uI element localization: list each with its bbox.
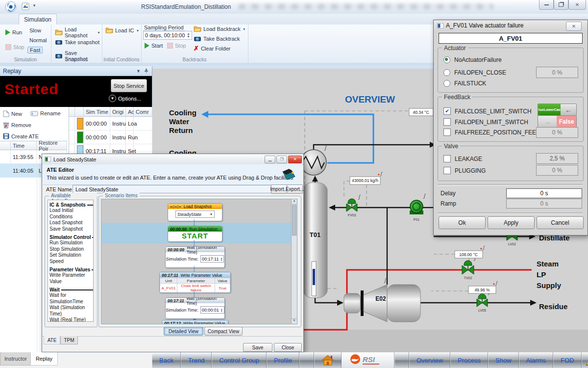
- col-sim-time[interactable]: Sim Time: [84, 107, 110, 117]
- annotate-button[interactable]: [582, 352, 588, 368]
- load-backtrack-button[interactable]: Load Backtrack▼: [192, 25, 247, 33]
- arrow-left-icon[interactable]: ←: [561, 104, 576, 115]
- backtrack-stop-button[interactable]: Stop: [166, 42, 188, 49]
- tab-tpm[interactable]: TPM: [60, 336, 78, 344]
- failure-dialog-titlebar[interactable]: A_FV01 Valve actuator failure: [434, 20, 588, 31]
- close-button[interactable]: ✕: [566, 22, 582, 31]
- stop-service-button[interactable]: Stop Service: [111, 79, 147, 92]
- ok-button[interactable]: Ok: [439, 216, 486, 229]
- event-row[interactable]: 00:00:00InstruLoa: [69, 117, 152, 131]
- radio-failopen-close[interactable]: FAILOPEN_CLOSE: [443, 69, 506, 76]
- pin-icon[interactable]: [144, 68, 149, 74]
- taskbar-overview-button[interactable]: Overview: [409, 352, 450, 368]
- speed-fast[interactable]: Fast: [27, 47, 43, 53]
- ab-item[interactable]: Wait (Simulation Time): [49, 305, 93, 317]
- qat-dropdown-icon[interactable]: ▼: [32, 3, 36, 8]
- taskbar-show-button[interactable]: Show: [488, 352, 519, 368]
- scenario-block-wait-1[interactable]: 00:00:00Wait (Simulation Time) Simulatio…: [165, 246, 225, 268]
- speed-slow[interactable]: Slow: [27, 27, 43, 33]
- taskbar-control-group-button[interactable]: Control Group: [212, 352, 267, 368]
- save-button[interactable]: Save: [243, 343, 272, 352]
- failfreeze-value-field[interactable]: 0 %: [536, 127, 578, 138]
- taskbar-process-button[interactable]: Process: [450, 352, 488, 368]
- failopen-close-value-field[interactable]: 0 %: [536, 67, 578, 78]
- cancel-button[interactable]: Cancel: [537, 216, 584, 229]
- ab-item[interactable]: Set Simulation Speed: [49, 252, 93, 264]
- arrow-right-icon[interactable]: →: [538, 116, 557, 127]
- radio-no-actuator-failure[interactable]: NoActuatorFailure: [443, 56, 502, 63]
- leakage-value-field[interactable]: 2,5 %: [536, 153, 578, 164]
- minimize-button[interactable]: ▁: [265, 156, 275, 163]
- ab-item[interactable]: Load Initial Conditions: [49, 208, 93, 220]
- close-button[interactable]: ✕: [288, 156, 302, 163]
- run-button[interactable]: Run: [4, 29, 24, 36]
- ab-item[interactable]: Save Snapshot: [49, 226, 93, 233]
- close-button[interactable]: ✕: [568, 0, 586, 10]
- rename-button[interactable]: Rename: [30, 110, 61, 116]
- radio-failstuck[interactable]: FAILSTUCK: [443, 80, 486, 87]
- import-button[interactable]: Import...: [271, 184, 287, 194]
- load-ic-button[interactable]: Load IC▼: [104, 26, 141, 35]
- scenario-block-wait-2[interactable]: 00:17:11Wait (Simulation Time) Simulatio…: [165, 297, 225, 319]
- take-backtrack-button[interactable]: Take Backtrack: [192, 34, 242, 43]
- column-t01[interactable]: T01: [303, 183, 327, 298]
- col-origin[interactable]: Origi: [110, 107, 126, 117]
- sampling-period-field[interactable]: 0 days, 00:10:00▲▼: [143, 31, 192, 40]
- tab-replay[interactable]: Replay: [30, 352, 58, 366]
- take-snapshot-button[interactable]: Take snapshot: [53, 38, 101, 47]
- detailed-view-button[interactable]: Detailed View: [164, 327, 203, 336]
- scenario-scrollbar[interactable]: ▲ ▼: [291, 199, 297, 324]
- scenario-block-load-snapshot[interactable]: --:--:--Load Snapshot SteadyState▼: [168, 203, 222, 221]
- taskbar-profile-button[interactable]: Profile: [267, 352, 299, 368]
- spinner-arrows-icon[interactable]: ▲▼: [187, 32, 190, 38]
- taskbar-back-button[interactable]: Back: [152, 352, 181, 368]
- ab-item[interactable]: Wait (Real Time): [49, 317, 93, 322]
- plugging-value-field[interactable]: 0 %: [536, 165, 578, 176]
- options-button[interactable]: ▼ Options...: [109, 95, 141, 102]
- col-comment[interactable]: Comr: [134, 107, 152, 117]
- quick-access-icon[interactable]: [22, 2, 29, 10]
- checkbox-leakage[interactable]: LEAKAGE: [443, 155, 482, 162]
- export-button[interactable]: Export...: [287, 184, 303, 194]
- restore-button[interactable]: ❒: [276, 156, 287, 163]
- minimize-button[interactable]: [539, 0, 554, 10]
- load-snapshot-button[interactable]: Load Snapshot▼: [53, 26, 102, 39]
- panel-menu-icon[interactable]: ▼: [136, 69, 141, 74]
- delay-field[interactable]: 0 s: [506, 188, 582, 198]
- new-button[interactable]: New: [3, 110, 22, 117]
- time-spinner[interactable]: 00:17:11▲▼: [200, 255, 224, 263]
- ab-item[interactable]: Run Simulation: [49, 240, 93, 246]
- ate-dialog-titlebar[interactable]: Load SteadyState ▁ ❒ ✕: [42, 154, 303, 165]
- close-button[interactable]: Close: [274, 343, 302, 352]
- speed-normal[interactable]: Normal: [27, 37, 49, 43]
- tab-instructor[interactable]: Instructor: [0, 352, 31, 366]
- time-spinner[interactable]: 00:00:01▲▼: [200, 306, 224, 314]
- ab-item[interactable]: Stop Simulation: [49, 246, 93, 253]
- ab-item[interactable]: Wait for SimulationTime: [49, 292, 93, 305]
- stop-button[interactable]: Stop: [4, 44, 26, 51]
- app-logo-icon[interactable]: [4, 1, 21, 13]
- taskbar-fod-button[interactable]: FOD: [553, 352, 581, 368]
- taskbar-trend-button[interactable]: Trend: [181, 352, 212, 368]
- col-action[interactable]: Ac: [126, 107, 134, 117]
- ab-item[interactable]: Write Parameter Value: [49, 272, 93, 285]
- ramp-field[interactable]: 0 s: [506, 199, 582, 209]
- home-button[interactable]: [314, 352, 342, 368]
- remove-button[interactable]: ✗ Remove: [3, 122, 31, 129]
- false-state-button[interactable]: False: [557, 116, 576, 127]
- scenario-block-write-param-2[interactable]: 00:17:12Write Parameter Value: [162, 320, 228, 324]
- checkbox-failclose-limit-switch[interactable]: ✔FAILCLOSE_LIMIT_SWITCH: [443, 107, 532, 115]
- checkbox-failopen-limit-switch[interactable]: FAILOPEN_LIMIT_SWITCH: [443, 118, 528, 126]
- tab-ate[interactable]: ATE: [44, 336, 60, 344]
- snapshot-dropdown[interactable]: SteadyState▼: [175, 210, 215, 218]
- taskbar-alarms-button[interactable]: Alarms: [519, 352, 553, 368]
- ate-name-field[interactable]: Load SteadyState: [73, 185, 272, 193]
- restore-button[interactable]: [554, 0, 568, 10]
- failopen-toggle[interactable]: → False: [538, 115, 577, 128]
- apply-button[interactable]: Apply: [488, 216, 535, 229]
- compact-view-button[interactable]: Compact View: [204, 327, 243, 336]
- clear-folder-button[interactable]: ✗Clear Folder: [192, 44, 232, 53]
- replay-panel-header[interactable]: Replay ▼: [0, 66, 152, 76]
- backtrack-start-button[interactable]: Start: [143, 42, 164, 49]
- scenario-block-write-param-1[interactable]: 00:17:11Write Parameter Value UnitParame…: [159, 272, 231, 293]
